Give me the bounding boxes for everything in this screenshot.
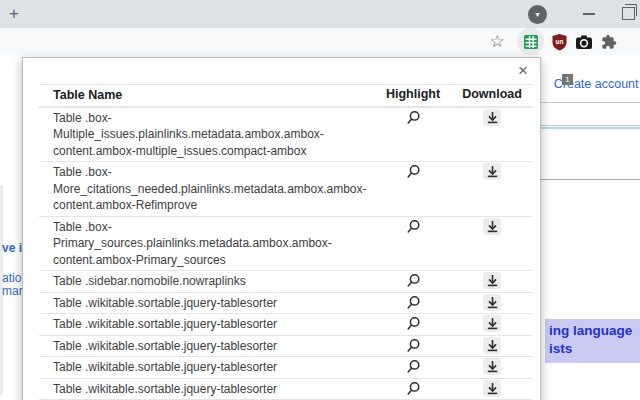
table-row: Table .wikitable.sortable.jquery-tableso…: [39, 292, 532, 314]
svg-text:un: un: [555, 37, 563, 44]
table-row: Table .wikitable.sortable.jquery-tableso…: [39, 378, 532, 400]
personal-links: s Create account L: [534, 77, 640, 91]
highlight-magnifier-icon[interactable]: [404, 380, 422, 397]
left-link-fragment-2[interactable]: atio: [2, 271, 21, 285]
table-header-row: Table Name Highlight Download: [39, 84, 532, 107]
minimize-button[interactable]: [583, 13, 595, 15]
download-icon[interactable]: [483, 358, 501, 375]
highlight-magnifier-icon[interactable]: [404, 358, 422, 375]
download-icon[interactable]: [483, 272, 501, 289]
tab-bar-border: [528, 125, 640, 126]
column-header-highlight: Highlight: [374, 85, 452, 103]
table-row-name: Table .box-More_citations_needed.plainli…: [39, 162, 374, 216]
close-icon[interactable]: ×: [518, 62, 528, 80]
column-header-table-name: Table Name: [39, 85, 374, 106]
table-extension-icon[interactable]: [517, 28, 545, 55]
table-row: Table .box-Multiple_issues.plainlinks.me…: [39, 107, 532, 162]
highlighted-heading: ing language ists: [545, 319, 640, 363]
table-row-name: Table .sidebar.nomobile.nowraplinks: [39, 271, 374, 292]
browser-tab-strip: + ▼: [0, 0, 640, 28]
table-row-name: Table .box-Primary_sources.plainlinks.me…: [39, 217, 374, 271]
download-icon[interactable]: [483, 337, 501, 354]
extensions-puzzle-icon[interactable]: [599, 28, 619, 55]
page-divider-line: [528, 102, 640, 103]
column-header-download: Download: [452, 85, 532, 103]
table-row: Table .box-Primary_sources.plainlinks.me…: [39, 216, 532, 271]
browser-toolbar: ☆ un 1: [0, 28, 640, 56]
table-row-name: Table .wikitable.sortable.jquery-tableso…: [39, 314, 374, 335]
table-row-name: Table .wikitable.sortable.jquery-tableso…: [39, 293, 374, 314]
highlight-magnifier-icon[interactable]: [404, 294, 422, 311]
content-divider-line: [528, 179, 640, 180]
highlighted-heading-line1: ing language: [549, 322, 640, 340]
table-row: Table .wikitable.sortable.jquery-tableso…: [39, 335, 532, 357]
download-icon[interactable]: [483, 163, 501, 180]
table-row-name: Table .wikitable.sortable.jquery-tableso…: [39, 357, 374, 378]
highlight-magnifier-icon[interactable]: [404, 218, 422, 235]
highlight-magnifier-icon[interactable]: [404, 272, 422, 289]
tab-search-icon[interactable]: ▼: [528, 5, 547, 24]
table-row: Table .wikitable.sortable.jquery-tableso…: [39, 313, 532, 335]
highlighted-heading-line2: ists: [549, 340, 640, 358]
download-icon[interactable]: [483, 218, 501, 235]
extension-badge-count: 1: [562, 74, 573, 85]
restore-window-button[interactable]: [622, 7, 635, 20]
download-icon[interactable]: [483, 294, 501, 311]
table-row-name: Table .wikitable.sortable.jquery-tableso…: [39, 379, 374, 400]
tab-bar-blue-underline: [528, 127, 640, 129]
highlight-magnifier-icon[interactable]: [404, 163, 422, 180]
tables-list: Table Name Highlight Download Table .box…: [39, 84, 532, 400]
table-row: Table .sidebar.nomobile.nowraplinks: [39, 270, 532, 292]
table-row: Table .box-More_citations_needed.plainli…: [39, 161, 532, 216]
table-row-name: Table .box-Multiple_issues.plainlinks.me…: [39, 108, 374, 162]
download-icon[interactable]: [483, 380, 501, 397]
highlight-magnifier-icon[interactable]: [404, 337, 422, 354]
download-icon[interactable]: [483, 109, 501, 126]
highlight-magnifier-icon[interactable]: [404, 109, 422, 126]
left-link-fragment-3[interactable]: mar: [2, 284, 23, 298]
shield-extension-icon[interactable]: un: [549, 28, 569, 55]
extension-popup: × Table Name Highlight Download Table .b…: [22, 57, 541, 400]
download-icon[interactable]: [483, 315, 501, 332]
table-row: Table .wikitable.sortable.jquery-tableso…: [39, 356, 532, 378]
bookmark-star-icon[interactable]: ☆: [486, 28, 508, 55]
new-tab-button[interactable]: +: [3, 3, 25, 25]
highlight-magnifier-icon[interactable]: [404, 315, 422, 332]
camera-extension-icon[interactable]: [574, 28, 594, 55]
table-row-name: Table .wikitable.sortable.jquery-tableso…: [39, 336, 374, 357]
